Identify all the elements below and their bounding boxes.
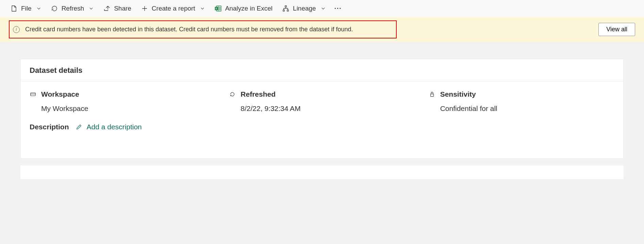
sensitivity-value: Confidential for all <box>429 104 614 113</box>
share-icon <box>103 5 111 12</box>
notification-message: Credit card numbers have been detected i… <box>25 26 353 33</box>
share-label: Share <box>114 5 131 12</box>
details-grid: Workspace My Workspace Refreshed 8/2/22,… <box>21 81 623 116</box>
chevron-down-icon <box>200 6 205 11</box>
file-icon <box>10 5 18 12</box>
sensitivity-icon <box>429 91 435 98</box>
file-menu[interactable]: File <box>7 3 45 14</box>
refreshed-value: 8/2/22, 9:32:34 AM <box>229 104 415 113</box>
lineage-label: Lineage <box>293 5 316 12</box>
view-all-button[interactable]: View all <box>598 23 635 36</box>
chevron-down-icon <box>36 6 41 11</box>
info-icon: i <box>13 26 20 33</box>
analyze-excel-button[interactable]: Analyze in Excel <box>211 3 276 14</box>
refreshed-icon <box>229 91 236 98</box>
lineage-icon <box>282 5 290 12</box>
workspace-field: Workspace My Workspace <box>30 90 215 113</box>
notification-message-box: i Credit card numbers have been detected… <box>9 20 397 38</box>
lineage-button[interactable]: Lineage <box>279 3 329 14</box>
workspace-value: My Workspace <box>30 104 215 113</box>
refresh-label: Refresh <box>62 5 84 12</box>
add-description-link[interactable]: Add a description <box>76 123 142 131</box>
refresh-icon <box>51 5 58 12</box>
toolbar: File Refresh Share Create a report <box>0 0 644 17</box>
content-area: Dataset details Workspace My Workspace <box>0 42 644 186</box>
svg-rect-10 <box>430 94 433 96</box>
workspace-icon <box>30 91 36 98</box>
chevron-down-icon <box>321 6 326 11</box>
dataset-details-card: Dataset details Workspace My Workspace <box>20 59 624 159</box>
create-report-label: Create a report <box>152 5 195 12</box>
card-title: Dataset details <box>21 59 623 81</box>
sensitivity-label: Sensitivity <box>440 90 476 98</box>
description-label: Description <box>30 123 69 131</box>
svg-rect-6 <box>285 6 286 7</box>
excel-icon <box>214 5 222 12</box>
description-row: Description Add a description <box>21 116 623 158</box>
plus-icon <box>141 5 148 12</box>
svg-rect-8 <box>287 10 288 11</box>
refreshed-field: Refreshed 8/2/22, 9:32:34 AM <box>229 90 415 113</box>
more-options-button[interactable]: ··· <box>332 5 345 12</box>
sensitivity-field: Sensitivity Confidential for all <box>429 90 614 113</box>
svg-rect-9 <box>31 93 35 96</box>
file-label: File <box>21 5 32 12</box>
svg-rect-7 <box>283 10 284 11</box>
refreshed-label: Refreshed <box>241 90 276 98</box>
analyze-excel-label: Analyze in Excel <box>225 5 273 12</box>
pencil-icon <box>76 124 82 130</box>
add-description-text: Add a description <box>87 123 142 131</box>
chevron-down-icon <box>89 6 94 11</box>
refresh-button[interactable]: Refresh <box>47 3 97 14</box>
share-button[interactable]: Share <box>100 3 135 14</box>
create-report-button[interactable]: Create a report <box>137 3 208 14</box>
next-card-placeholder <box>20 165 624 179</box>
notification-bar: i Credit card numbers have been detected… <box>0 17 644 42</box>
more-icon: ··· <box>334 5 342 12</box>
workspace-label: Workspace <box>41 90 79 98</box>
